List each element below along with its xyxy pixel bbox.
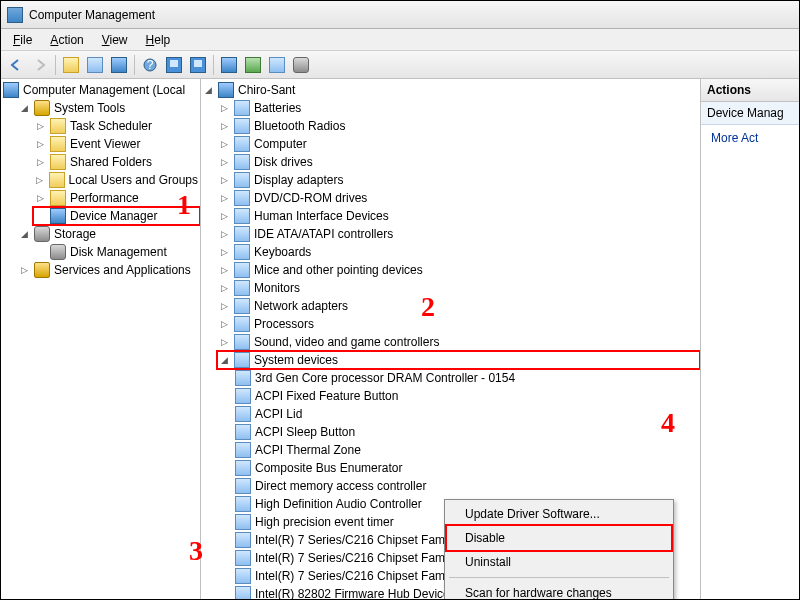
actions-subheader: Device Manag (701, 102, 799, 125)
expand-icon[interactable]: ▷ (219, 211, 230, 222)
expand-icon[interactable]: ▷ (19, 265, 30, 276)
device-category[interactable]: ▷ Keyboards (217, 243, 700, 261)
device-category[interactable]: ▷ Display adapters (217, 171, 700, 189)
collapse-icon[interactable]: ◢ (219, 355, 230, 366)
show-hide-tree-button[interactable] (84, 54, 106, 76)
expand-icon[interactable]: ▷ (35, 157, 46, 168)
device-item[interactable]: Composite Bus Enumerator (233, 459, 700, 477)
device-category[interactable]: ▷ Batteries (217, 99, 700, 117)
update-driver-button[interactable] (242, 54, 264, 76)
menu-view[interactable]: View (94, 31, 136, 49)
help-button[interactable]: ? (139, 54, 161, 76)
disable-button[interactable] (290, 54, 312, 76)
expand-icon[interactable]: ▷ (219, 139, 230, 150)
device-item[interactable]: ACPI Thermal Zone (233, 441, 700, 459)
expand-icon[interactable]: ▷ (35, 121, 46, 132)
category-icon (234, 190, 250, 206)
tree-storage[interactable]: ◢ Storage (17, 225, 200, 243)
expand-icon[interactable]: ▷ (219, 121, 230, 132)
expand-icon[interactable]: ▷ (35, 139, 46, 150)
device-category[interactable]: ▷ Disk drives (217, 153, 700, 171)
device-category[interactable]: ▷ Sound, video and game controllers (217, 333, 700, 351)
category-label: Display adapters (254, 173, 343, 187)
device-item[interactable]: ACPI Fixed Feature Button (233, 387, 700, 405)
device-category[interactable]: ◢ System devices (217, 351, 700, 369)
ctx-update-driver[interactable]: Update Driver Software... (447, 502, 671, 526)
uninstall-button[interactable] (266, 54, 288, 76)
device-category[interactable]: ▷ Monitors (217, 279, 700, 297)
device-item[interactable]: Direct memory access controller (233, 477, 700, 495)
menu-help[interactable]: Help (138, 31, 179, 49)
device-category[interactable]: ▷ Bluetooth Radios (217, 117, 700, 135)
device-label: ACPI Fixed Feature Button (255, 389, 398, 403)
forward-button[interactable] (29, 54, 51, 76)
tree-performance[interactable]: ▷Performance (33, 189, 200, 207)
expand-icon[interactable]: ▷ (219, 283, 230, 294)
tree-task-scheduler[interactable]: ▷Task Scheduler (33, 117, 200, 135)
tree-system-tools[interactable]: ◢ System Tools (17, 99, 200, 117)
view-button-1[interactable] (163, 54, 185, 76)
tree-event-viewer[interactable]: ▷Event Viewer (33, 135, 200, 153)
disable-icon (293, 57, 309, 73)
tree-label: System Tools (54, 101, 125, 115)
collapse-icon[interactable]: ◢ (19, 229, 30, 240)
ctx-uninstall[interactable]: Uninstall (447, 550, 671, 574)
expand-icon[interactable]: ▷ (219, 301, 230, 312)
expand-icon[interactable]: ▷ (219, 319, 230, 330)
tree-local-users[interactable]: ▷Local Users and Groups (33, 171, 200, 189)
actions-more[interactable]: More Act (701, 125, 799, 151)
device-label: Intel(R) 7 Series/C216 Chipset Family P (255, 551, 468, 565)
category-label: Batteries (254, 101, 301, 115)
tree-shared-folders[interactable]: ▷Shared Folders (33, 153, 200, 171)
category-label: Processors (254, 317, 314, 331)
device-label: Intel(R) 7 Series/C216 Chipset Family P (255, 569, 468, 583)
ctx-disable[interactable]: Disable (447, 526, 671, 550)
device-item[interactable]: 3rd Gen Core processor DRAM Controller -… (233, 369, 700, 387)
category-label: Mice and other pointing devices (254, 263, 423, 277)
expand-icon[interactable]: ▷ (35, 193, 46, 204)
computer-icon (3, 82, 19, 98)
expand-icon[interactable]: ▷ (219, 337, 230, 348)
device-category[interactable]: ▷ Network adapters (217, 297, 700, 315)
device-category[interactable]: ▷ IDE ATA/ATAPI controllers (217, 225, 700, 243)
device-category[interactable]: ▷ Computer (217, 135, 700, 153)
separator (213, 55, 214, 75)
scan-button[interactable] (218, 54, 240, 76)
device-root-label: Chiro-Sant (238, 83, 295, 97)
device-item[interactable]: ACPI Lid (233, 405, 700, 423)
tree-device-manager[interactable]: Device Manager (33, 207, 200, 225)
ctx-scan[interactable]: Scan for hardware changes (447, 581, 671, 599)
expand-icon[interactable]: ▷ (219, 229, 230, 240)
device-icon (235, 568, 251, 584)
expand-icon[interactable]: ▷ (219, 247, 230, 258)
menu-file[interactable]: File (5, 31, 40, 49)
device-category[interactable]: ▷ Human Interface Devices (217, 207, 700, 225)
collapse-icon[interactable]: ◢ (203, 85, 214, 96)
device-category[interactable]: ▷ Processors (217, 315, 700, 333)
expand-icon[interactable]: ▷ (219, 103, 230, 114)
expand-icon[interactable]: ▷ (219, 157, 230, 168)
collapse-icon[interactable]: ◢ (19, 103, 30, 114)
device-item[interactable]: ACPI Sleep Button (233, 423, 700, 441)
expand-icon[interactable]: ▷ (35, 175, 45, 186)
device-label: Direct memory access controller (255, 479, 426, 493)
expand-icon[interactable]: ▷ (219, 265, 230, 276)
scan-icon (221, 57, 237, 73)
properties-button[interactable] (108, 54, 130, 76)
back-button[interactable] (5, 54, 27, 76)
tree-services[interactable]: ▷Services and Applications (17, 261, 200, 279)
menu-action[interactable]: Action (42, 31, 91, 49)
expand-icon[interactable]: ▷ (219, 175, 230, 186)
expand-icon[interactable]: ▷ (219, 193, 230, 204)
device-category[interactable]: ▷ DVD/CD-ROM drives (217, 189, 700, 207)
tree-disk-management[interactable]: Disk Management (33, 243, 200, 261)
view-button-2[interactable] (187, 54, 209, 76)
category-icon (234, 136, 250, 152)
device-category[interactable]: ▷ Mice and other pointing devices (217, 261, 700, 279)
device-icon (235, 514, 251, 530)
services-icon (34, 262, 50, 278)
device-root[interactable]: ◢ Chiro-Sant (201, 81, 700, 99)
tree-root[interactable]: Computer Management (Local (1, 81, 200, 99)
up-button[interactable] (60, 54, 82, 76)
disk-icon (50, 244, 66, 260)
